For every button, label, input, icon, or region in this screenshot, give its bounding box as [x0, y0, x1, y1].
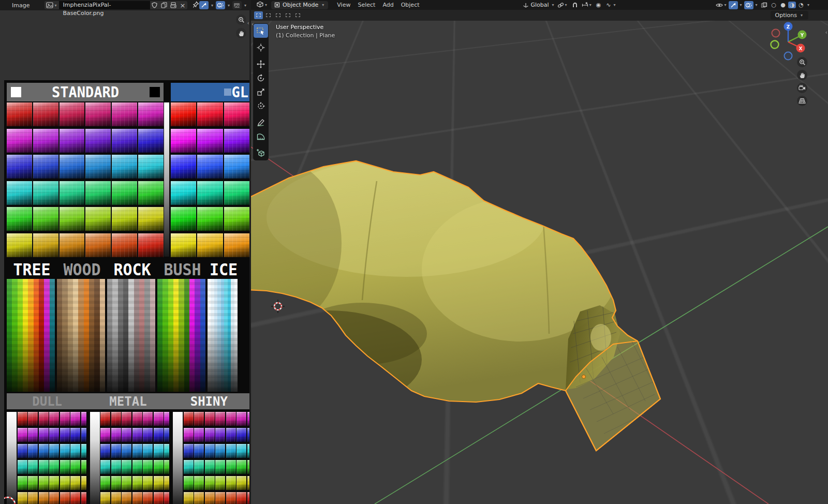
mini-swatch [154, 460, 164, 474]
mini-grayscale-strip [90, 412, 100, 504]
color-strip [94, 279, 99, 392]
snap-target-dropdown[interactable]: ▾ [582, 1, 593, 9]
pan-button[interactable] [236, 28, 246, 38]
menu-add[interactable]: Add [379, 2, 397, 8]
color-strip [144, 279, 150, 392]
menu-select[interactable]: Select [354, 2, 379, 8]
xray-icon [761, 2, 767, 8]
show-object-types-dropdown[interactable]: ▾ [716, 1, 727, 9]
tool-rotate[interactable] [254, 71, 268, 85]
glow-palette-swatch [171, 129, 196, 153]
zoom-button[interactable] [236, 14, 246, 25]
move-icon [256, 60, 265, 69]
viewport-gizmos-toggle[interactable] [729, 1, 738, 9]
editor-type-caret-icon[interactable]: ▾ [264, 3, 268, 7]
viewport-scene[interactable] [251, 0, 828, 504]
mini-swatch [39, 412, 49, 426]
mini-swatch [215, 412, 225, 426]
mini-swatch [111, 428, 121, 442]
options-button[interactable]: Options ▾ [771, 11, 808, 20]
gizmo-minus-y-axis[interactable] [771, 41, 779, 49]
sidebar-collapse-arrow[interactable]: ‹ [825, 29, 827, 36]
options-caret-icon: ▾ [800, 13, 804, 18]
viewport-gizmos-caret-icon[interactable]: ▾ [739, 3, 743, 7]
palette-texture-image[interactable]: STANDARD GL TREEWOODROCKBUSHICE DULLMETA… [4, 80, 249, 504]
pivot-point-dropdown[interactable]: ▾ [557, 1, 568, 9]
overlays-toggle[interactable] [216, 1, 225, 9]
toolbar-collapse-arrow[interactable]: ‹ [252, 21, 254, 27]
gizmo-arrow-icon [730, 2, 736, 8]
gizmos-caret-icon[interactable]: ▾ [210, 3, 214, 8]
mesh-object-plane[interactable] [251, 158, 660, 451]
select-mode-subtract[interactable] [274, 11, 283, 19]
color-strip [62, 279, 67, 392]
navigation-gizmo[interactable]: Z Y X [768, 21, 808, 61]
palette-swatch [112, 129, 137, 153]
standard-label: STANDARD [21, 84, 150, 101]
image-name-field[interactable]: ImphenziaPixPal-BaseColor.png [59, 1, 150, 9]
color-strip [189, 279, 195, 392]
mini-swatch [70, 428, 80, 442]
color-strip [118, 279, 123, 392]
new-image-copy-button[interactable] [159, 1, 169, 9]
select-mode-extend[interactable] [264, 11, 273, 19]
gizmo-minus-x-axis[interactable] [772, 29, 780, 37]
glow-palette-swatch [224, 155, 249, 179]
select-mode-new[interactable] [254, 11, 263, 19]
camera-view-button[interactable] [797, 83, 807, 93]
fake-user-shield-button[interactable] [150, 1, 159, 9]
editor-type-button[interactable] [256, 0, 264, 10]
mini-swatch [18, 460, 27, 474]
tool-cursor[interactable] [254, 40, 268, 54]
viewport-pan-button[interactable] [797, 70, 807, 80]
channels-caret-icon[interactable]: ▾ [243, 3, 247, 8]
tool-measure[interactable] [254, 129, 268, 143]
display-channels-button[interactable] [232, 1, 242, 9]
viewport-3d[interactable]: ▾ Object Mode ▾ View Select Add Object [251, 0, 828, 504]
toggle-orthographic-button[interactable] [797, 96, 807, 106]
tool-scale[interactable] [254, 85, 268, 99]
gizmo-minus-z-axis[interactable] [785, 52, 792, 60]
hand-icon [799, 72, 806, 79]
pack-image-button[interactable] [169, 1, 178, 9]
mini-swatch [132, 492, 142, 504]
black-swatch-square [150, 87, 160, 97]
gizmos-toggle[interactable] [199, 1, 209, 9]
viewport-overlays-toggle[interactable] [744, 1, 753, 9]
image-editor-sidebar-collapse[interactable]: ‹ [247, 20, 249, 26]
xray-toggle[interactable] [760, 1, 769, 9]
overlays-caret-icon[interactable]: ▾ [227, 3, 231, 8]
tool-select-box[interactable] [254, 24, 268, 38]
shading-solid-button[interactable]: ● [779, 2, 787, 8]
mini-swatch [247, 492, 250, 504]
tool-add-cube[interactable] [254, 146, 268, 160]
menu-view[interactable]: View [333, 2, 354, 8]
unlink-image-button[interactable]: × [178, 1, 187, 9]
tool-move[interactable] [254, 57, 268, 71]
mini-swatch [226, 492, 236, 504]
browse-image-button[interactable]: ▾ [45, 1, 59, 9]
mini-swatch [60, 460, 70, 474]
proportional-editing-toggle[interactable]: ◉ [595, 2, 603, 8]
orientation-dropdown[interactable]: Global ▾ [523, 1, 555, 9]
select-mode-intersect[interactable] [293, 11, 302, 19]
snap-toggle[interactable] [570, 1, 580, 9]
tool-annotate[interactable] [254, 115, 268, 129]
tool-transform[interactable] [254, 99, 268, 113]
pin-image-button[interactable] [193, 1, 199, 10]
gizmo-arrow-icon [201, 2, 207, 8]
palette-swatch [60, 181, 85, 205]
shading-rendered-button[interactable]: ◔ [797, 2, 805, 8]
viewport-zoom-button[interactable] [797, 57, 807, 67]
shading-caret-icon[interactable]: ▾ [806, 3, 810, 7]
falloff-dropdown[interactable]: ∿ ▾ [604, 1, 616, 9]
mode-dropdown[interactable]: Object Mode ▾ [271, 1, 328, 9]
viewport-overlays-caret-icon[interactable]: ▾ [755, 3, 759, 7]
color-strip [173, 279, 179, 392]
mini-swatch [184, 444, 194, 458]
select-mode-invert[interactable] [284, 11, 292, 19]
menu-object[interactable]: Object [397, 2, 423, 8]
shading-wireframe-button[interactable]: ○ [770, 2, 778, 8]
image-menu[interactable]: Image [8, 2, 33, 9]
shading-material-button[interactable]: ◑ [788, 2, 796, 8]
